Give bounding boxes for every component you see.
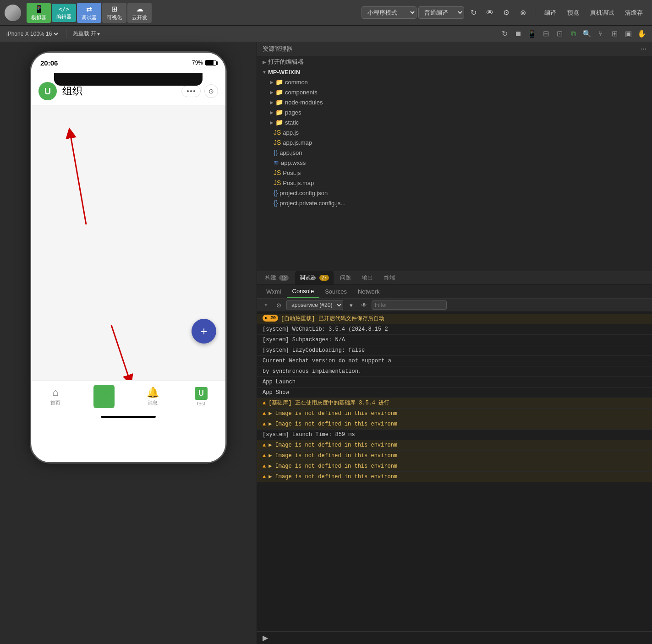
device-select[interactable]: iPhone X 100% 16 (5, 30, 60, 38)
nav-org-bg: ⊞ 组织 (93, 385, 115, 408)
search-icon[interactable]: 🔍 (581, 28, 592, 39)
layout-icon[interactable]: ▣ (623, 28, 634, 39)
layers-icon-btn[interactable]: ⊗ (515, 5, 530, 20)
home-bar (101, 416, 156, 418)
mobile-icon[interactable]: 📱 (526, 28, 537, 39)
tree-item-common[interactable]: ▶ 📁 common (257, 77, 652, 87)
console-line-4: Current Wechat version do not support a (257, 356, 652, 366)
split-icon[interactable]: ⊟ (540, 28, 551, 39)
grid-icon[interactable]: ⊞ (609, 28, 620, 39)
simulator-btn[interactable]: 📱 模拟器 (27, 3, 51, 23)
preview-btn[interactable]: 预览 (563, 7, 584, 19)
tree-item-app-js-map[interactable]: JS app.js.map (257, 137, 652, 147)
compile-select[interactable]: 普通编译 (418, 6, 464, 19)
stop-icon[interactable]: ⏹ (513, 28, 524, 39)
line-text-4: Current Wechat version do not support a (263, 357, 647, 365)
console-line-15: ▲ ▶ Image is not defined in this environ… (257, 472, 652, 482)
mode-select[interactable]: 小程序模式 (362, 6, 416, 19)
console-line-5: by synchronous implementation. (257, 366, 652, 377)
cursor-icon-btn[interactable]: ⌖ (261, 300, 271, 310)
con-tab-console[interactable]: Console (287, 285, 320, 298)
nav-test[interactable]: U test (177, 387, 225, 406)
hotreload-btn[interactable]: 热重载 开 ▾ (73, 30, 100, 38)
warn-icon-8: ▲ (263, 399, 266, 407)
debugger-badge: 27 (319, 275, 329, 281)
tree-arrow-open: ▶ (261, 60, 268, 65)
file-tree-title: 资源管理器 (263, 45, 641, 53)
tree-item-app-wxss[interactable]: ≋ app.wxss (257, 158, 652, 168)
file-tree-panel: 资源管理器 ··· ▶ 打开的编辑器 ▼ MP-WEIXIN ▶ 📁 commo… (257, 42, 652, 271)
tab-output[interactable]: 输出 (357, 271, 378, 284)
con-tab-wxml[interactable]: Wxml (261, 285, 287, 298)
tab-build[interactable]: 构建 12 (261, 271, 293, 284)
tree-section-mp-weixin[interactable]: ▼ MP-WEIXIN (257, 67, 652, 77)
cloud-label: 云开发 (132, 14, 147, 21)
tab-debugger[interactable]: 调试器 27 (295, 271, 333, 284)
dots-button[interactable] (181, 85, 201, 97)
debugger-btn[interactable]: ⇄ 调试器 (77, 3, 101, 23)
tree-arrow-common: ▶ (268, 80, 275, 85)
refresh-btn[interactable]: ↻ (466, 5, 481, 20)
compile-action-btn[interactable]: 编译 (540, 7, 561, 19)
tree-item-pages[interactable]: ▶ 📁 pages (257, 107, 652, 117)
tree-item-project-config[interactable]: {} project.config.json (257, 188, 652, 198)
settings-icon-btn[interactable]: ⚙ (499, 5, 514, 20)
tab-terminal[interactable]: 终端 (379, 271, 400, 284)
fab-button[interactable]: + (192, 319, 216, 344)
tree-item-components[interactable]: ▶ 📁 components (257, 87, 652, 97)
file-tree-menu-icon[interactable]: ··· (641, 45, 647, 53)
msg-label: 消息 (148, 399, 158, 406)
tree-section-open-editors[interactable]: ▶ 打开的编辑器 (257, 56, 652, 67)
console-line-14: ▲ ▶ Image is not defined in this environ… (257, 461, 652, 472)
tree-item-app-js[interactable]: JS app.js (257, 127, 652, 137)
block-icon-btn[interactable]: ⊘ (274, 300, 284, 310)
select-arrow-icon[interactable]: ▾ (346, 300, 356, 310)
tree-item-static[interactable]: ▶ 📁 static (257, 117, 652, 127)
filter-input[interactable] (372, 300, 447, 310)
editor-btn[interactable]: </> 编辑器 (52, 4, 76, 22)
console-line-2: [system] Subpackages: N/A (257, 335, 652, 345)
plus-icon: + (200, 325, 207, 337)
avatar[interactable] (5, 5, 21, 21)
line-text-3: [system] LazyCodeLoading: false (263, 346, 647, 355)
tree-item-project-private[interactable]: {} project.private.config.js... (257, 198, 652, 208)
phone-panel: 20:06 79% U 组织 (0, 42, 257, 644)
folder-node-modules-icon: 📁 (275, 98, 283, 106)
console-line-3: [system] LazyCodeLoading: false (257, 345, 652, 356)
console-input[interactable] (272, 635, 647, 641)
copy-icon[interactable]: ⧉ (568, 28, 579, 39)
notch-bar (54, 73, 203, 86)
nav-org[interactable]: ⊞ 组织 (80, 385, 128, 408)
expand-icon[interactable]: ⊡ (554, 28, 565, 39)
project-private-label: project.private.config.js... (279, 200, 648, 207)
dropdown-icon: ▾ (97, 31, 100, 37)
branch-icon[interactable]: ⑂ (595, 28, 606, 39)
visual-btn[interactable]: ⊞ 可视化 (102, 3, 126, 23)
nav-msg[interactable]: 🔔 消息 (128, 387, 177, 406)
visual-label: 可视化 (107, 14, 122, 21)
phone-content: + (31, 105, 225, 380)
tree-item-node-modules[interactable]: ▶ 📁 node-modules (257, 97, 652, 107)
nav-home[interactable]: ⌂ 首页 (31, 387, 80, 406)
tree-item-post-js[interactable]: JS Post.js (257, 168, 652, 178)
tree-item-post-js-map[interactable]: JS Post.js.map (257, 178, 652, 188)
con-tab-sources[interactable]: Sources (319, 285, 352, 298)
tree-item-app-json[interactable]: {} app.json (257, 147, 652, 158)
circle-button[interactable]: ⊙ (204, 84, 218, 98)
service-select[interactable]: appservice (#20) (286, 300, 343, 310)
clear-cache-btn[interactable]: 清缓存 (620, 7, 647, 19)
debug-icon: ⇄ (86, 5, 92, 13)
cloud-btn[interactable]: ☁ 云开发 (127, 3, 152, 23)
preview-icon-btn[interactable]: 👁 (482, 5, 497, 20)
action-btns: 编译 预览 真机调试 清缓存 (540, 7, 647, 19)
svg-line-1 (111, 325, 130, 380)
hand-icon[interactable]: ✋ (636, 28, 647, 39)
js-map-icon: JS (274, 139, 281, 146)
device-debug-btn[interactable]: 真机调试 (586, 7, 619, 19)
tree-arrow-mp: ▼ (261, 70, 268, 75)
tab-issues[interactable]: 问题 (335, 271, 356, 284)
refresh-small-icon[interactable]: ↻ (499, 28, 510, 39)
badge-20: ▶ 20 (263, 315, 278, 322)
eye-console-icon[interactable]: 👁 (359, 300, 369, 310)
con-tab-network[interactable]: Network (352, 285, 385, 298)
